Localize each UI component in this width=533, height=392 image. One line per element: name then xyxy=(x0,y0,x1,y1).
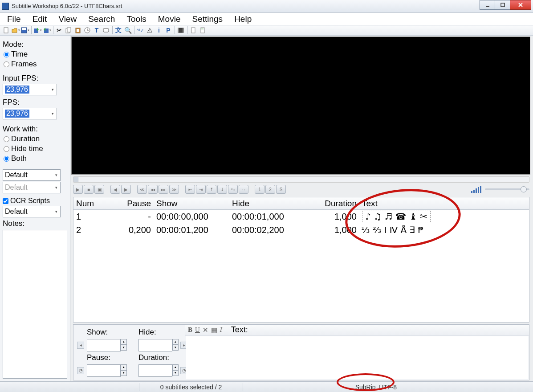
play-button[interactable]: ▶ xyxy=(73,185,83,194)
radio-time[interactable]: Time xyxy=(3,50,67,59)
col-pause[interactable]: Pause xyxy=(109,198,154,209)
mark-in-button[interactable]: ⇤ xyxy=(185,185,195,194)
duration-spin[interactable]: ▴▾ xyxy=(172,364,179,377)
duration-field[interactable] xyxy=(138,364,172,377)
menu-edit[interactable]: Edit xyxy=(28,13,54,25)
video-icon[interactable] xyxy=(176,26,185,35)
table-row[interactable]: 2 0,200 00:00:01,200 00:00:02,200 1,000 … xyxy=(73,223,529,237)
radio-frames[interactable]: Frames xyxy=(3,60,67,69)
seek-bar[interactable] xyxy=(73,176,529,183)
subtitle-icon[interactable] xyxy=(102,26,110,35)
pascal-icon[interactable]: P xyxy=(164,26,173,35)
set-end-button[interactable]: ⤓ xyxy=(217,185,227,194)
info-icon[interactable]: i xyxy=(155,26,163,35)
ocr-checkbox[interactable] xyxy=(3,198,8,204)
menu-file[interactable]: File xyxy=(3,13,28,25)
maximize-button[interactable] xyxy=(495,0,510,10)
col-hide[interactable]: Hide xyxy=(229,198,310,209)
radio-hide-time[interactable]: Hide time xyxy=(3,144,67,153)
clear-icon[interactable]: ✕ xyxy=(203,326,208,334)
show-spin[interactable]: ▴▾ xyxy=(121,339,127,351)
underline-icon[interactable]: U xyxy=(195,326,200,334)
ffwd-button[interactable]: ≫ xyxy=(169,185,179,194)
save-icon[interactable]: ▾ xyxy=(20,26,29,35)
sync-button[interactable]: ⇆ xyxy=(228,185,238,194)
spellcheck-icon[interactable]: ᴬᴮ✓ xyxy=(136,26,145,35)
minimize-button[interactable] xyxy=(480,0,495,10)
cut-icon[interactable]: ✂ xyxy=(55,26,64,35)
btn-1[interactable]: 1 xyxy=(255,185,264,194)
radio-hidetime-input[interactable] xyxy=(4,146,9,152)
col-num[interactable]: Num xyxy=(73,198,109,209)
copy-icon[interactable] xyxy=(64,26,73,35)
warning-icon[interactable]: ⚠ xyxy=(145,26,154,35)
mark-out-button[interactable]: ⇥ xyxy=(196,185,206,194)
radio-duration-input[interactable] xyxy=(4,136,9,142)
radio-time-input[interactable] xyxy=(4,52,9,57)
notes-textarea[interactable] xyxy=(3,230,67,379)
ocr-scripts-check[interactable]: OCR Scripts xyxy=(3,197,67,205)
doc2-icon[interactable] xyxy=(198,26,207,35)
btn-s[interactable]: S xyxy=(276,185,286,194)
col-dur[interactable]: Duration xyxy=(310,198,359,209)
btn-2[interactable]: 2 xyxy=(265,185,275,194)
ocr-combo[interactable]: Default▾ xyxy=(3,206,61,217)
style-icon[interactable]: ▦ xyxy=(211,326,217,334)
import-icon[interactable]: ▾ xyxy=(42,26,51,35)
radio-frames-input[interactable] xyxy=(4,61,9,67)
prev-button[interactable]: ◀ xyxy=(110,185,120,194)
radio-time-label: Time xyxy=(11,50,28,59)
radio-duration[interactable]: Duration xyxy=(3,135,67,143)
chevron-down-icon: ▾ xyxy=(53,209,59,214)
table-body: 1 - 00:00:00,000 00:00:01,000 1,000 ♪ ♫ … xyxy=(73,210,529,322)
close-button[interactable] xyxy=(510,0,531,10)
charset-combo-2[interactable]: Default▾ xyxy=(3,182,61,193)
paste-icon[interactable] xyxy=(73,26,82,35)
hide-spin[interactable]: ▴▾ xyxy=(172,339,179,351)
next-button[interactable]: ▶ xyxy=(121,185,131,194)
rewind-button[interactable]: ≪ xyxy=(137,185,147,194)
prev-sub-button[interactable]: ◂ xyxy=(77,342,84,349)
col-show[interactable]: Show xyxy=(154,198,229,209)
clock1-icon[interactable]: ◔ xyxy=(77,367,84,374)
search-icon[interactable]: 🔍 xyxy=(123,26,132,35)
record-button[interactable]: ▣ xyxy=(94,185,104,194)
set-start-button[interactable]: ⤒ xyxy=(207,185,216,194)
charset-combo-1[interactable]: Default▾ xyxy=(3,169,61,181)
back-button[interactable]: ◂◂ xyxy=(148,185,158,194)
text-area[interactable] xyxy=(186,336,528,379)
format-value: SubRip xyxy=(355,384,376,391)
status-selection: 0 subtitles selected / 2 xyxy=(142,384,240,391)
pause-field[interactable] xyxy=(87,364,121,377)
menu-settings[interactable]: Settings xyxy=(187,13,230,25)
fwd-button[interactable]: ▸▸ xyxy=(159,185,168,194)
hide-field[interactable] xyxy=(138,339,172,351)
radio-both[interactable]: Both xyxy=(3,154,67,163)
new-icon[interactable] xyxy=(2,26,11,35)
menu-tools[interactable]: Tools xyxy=(122,13,153,25)
table-row[interactable]: 1 - 00:00:00,000 00:00:01,000 1,000 ♪ ♫ … xyxy=(73,210,529,223)
text-icon[interactable]: T xyxy=(92,26,101,35)
stop-button[interactable]: ■ xyxy=(84,185,94,194)
menu-view[interactable]: View xyxy=(54,13,84,25)
menu-movie[interactable]: Movie xyxy=(154,13,188,25)
translate-icon[interactable]: 文 xyxy=(114,26,123,35)
radio-both-input[interactable] xyxy=(4,156,9,162)
volume-slider[interactable] xyxy=(485,188,529,190)
bold-icon[interactable]: B xyxy=(188,326,192,334)
input-fps-combo[interactable]: 23,976▾ xyxy=(3,84,57,95)
italic-icon[interactable]: I xyxy=(220,326,222,334)
pause-spin[interactable]: ▴▾ xyxy=(121,364,127,377)
menu-search[interactable]: Search xyxy=(84,13,122,25)
time-icon[interactable] xyxy=(83,26,92,35)
menu-help[interactable]: Help xyxy=(230,13,259,25)
open-icon[interactable]: ▾ xyxy=(11,26,20,35)
video-preview[interactable] xyxy=(71,37,530,175)
subtitle-table[interactable]: Num Pause Show Hide Duration Text 1 - 00… xyxy=(73,197,529,323)
col-text[interactable]: Text xyxy=(359,198,529,209)
doc1-icon[interactable] xyxy=(189,26,198,35)
fps-combo[interactable]: 23,976▾ xyxy=(3,108,57,119)
export-icon[interactable]: ▾ xyxy=(33,26,42,35)
shift-button[interactable]: ↔ xyxy=(239,185,248,194)
show-field[interactable] xyxy=(87,339,121,351)
